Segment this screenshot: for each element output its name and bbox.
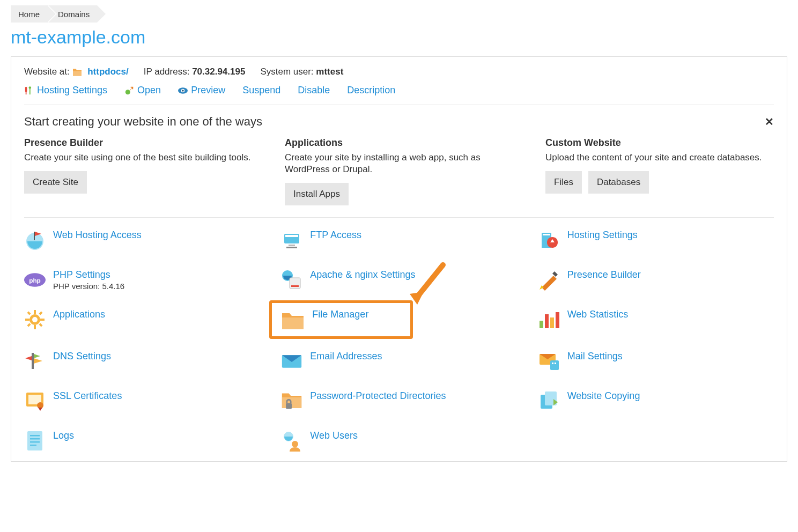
presence-title: Presence Builder (24, 137, 253, 149)
breadcrumb: Home Domains (11, 5, 787, 23)
svg-rect-12 (543, 234, 550, 235)
links-grid: Web Hosting Access FTP Access Hosting Se… (24, 230, 774, 452)
website-at-label: Website at: (24, 66, 70, 77)
section-head: Start creating your website in one of th… (24, 115, 774, 129)
disable-link[interactable]: Disable (298, 85, 330, 96)
web-users-icon (281, 430, 302, 452)
svg-rect-47 (30, 441, 40, 443)
envelope-icon (281, 351, 302, 372)
breadcrumb-home[interactable]: Home (11, 5, 47, 23)
tile-ssl-certificates[interactable]: SSL Certificates (24, 390, 260, 412)
logs-icon (24, 430, 46, 452)
server-settings-icon (281, 269, 302, 291)
mail-settings-icon (538, 351, 560, 372)
svg-rect-37 (555, 363, 556, 364)
certificate-icon (24, 390, 46, 412)
section-title: Start creating your website in one of th… (24, 115, 262, 129)
svg-rect-44 (27, 431, 42, 450)
apps-desc: Create your site by installing a web app… (285, 152, 513, 175)
httpdocs-link[interactable]: httpdocs/ (87, 66, 129, 77)
hosting-settings-link[interactable]: Hosting Settings (24, 85, 107, 96)
databases-button[interactable]: Databases (588, 171, 649, 194)
svg-rect-41 (286, 403, 292, 409)
tile-file-manager[interactable]: File Manager (281, 309, 516, 332)
tile-apache-nginx[interactable]: Apache & nginx Settings (281, 269, 516, 291)
svg-point-4 (182, 90, 183, 91)
svg-rect-30 (550, 317, 554, 328)
tile-hosting-settings[interactable]: Hosting Settings (538, 230, 774, 251)
suspend-link[interactable]: Suspend (242, 85, 280, 96)
svg-rect-28 (540, 321, 543, 328)
ip-address: IP address: 70.32.94.195 (144, 66, 246, 77)
meta-row: Website at: httpdocs/ IP address: 70.32.… (24, 66, 774, 77)
tile-php-settings[interactable]: php PHP Settings PHP version: 5.4.16 (24, 269, 260, 291)
open-link[interactable]: Open (124, 85, 161, 96)
svg-rect-8 (285, 235, 298, 237)
folder-icon (281, 309, 305, 332)
php-version: PHP version: 5.4.16 (53, 282, 124, 291)
files-button[interactable]: Files (545, 171, 582, 194)
applications-col: Applications Create your site by install… (285, 137, 513, 205)
presence-builder-col: Presence Builder Create your site using … (24, 137, 253, 205)
page-title: mt-example.com (11, 27, 787, 48)
close-icon[interactable]: ✕ (765, 115, 774, 128)
svg-rect-48 (30, 445, 36, 446)
tile-ftp-access[interactable]: FTP Access (281, 230, 516, 251)
tools-icon (24, 86, 34, 95)
ftp-icon (281, 230, 302, 251)
apps-title: Applications (285, 137, 513, 149)
domain-panel: Website at: httpdocs/ IP address: 70.32.… (11, 56, 787, 462)
svg-rect-32 (32, 353, 34, 369)
svg-rect-36 (552, 363, 553, 364)
create-site-button[interactable]: Create Site (24, 171, 87, 194)
dns-icon (24, 351, 46, 372)
tile-web-statistics[interactable]: Web Statistics (538, 309, 774, 332)
tile-email-addresses[interactable]: Email Addresses (281, 351, 516, 372)
tile-web-hosting-access[interactable]: Web Hosting Access (24, 230, 260, 251)
bar-chart-icon (538, 309, 560, 330)
presence-desc: Create your site using one of the best s… (24, 152, 253, 164)
tile-website-copying[interactable]: Website Copying (538, 390, 774, 412)
tile-presence-builder[interactable]: Presence Builder (538, 269, 774, 291)
svg-rect-22 (40, 319, 45, 321)
gear-icon (24, 309, 46, 330)
svg-point-1 (125, 90, 130, 94)
website-at: Website at: httpdocs/ (24, 66, 129, 77)
svg-point-27 (32, 317, 38, 322)
hosting-settings-icon (538, 230, 560, 251)
tile-logs[interactable]: Logs (24, 430, 260, 452)
creation-options: Presence Builder Create your site using … (24, 137, 774, 218)
tile-dns-settings[interactable]: DNS Settings (24, 351, 260, 372)
system-user: System user: mttest (260, 66, 343, 77)
tile-applications[interactable]: Applications (24, 309, 260, 332)
custom-title: Custom Website (545, 137, 774, 149)
svg-rect-20 (34, 325, 36, 329)
svg-rect-35 (550, 360, 559, 370)
presence-builder-icon (538, 269, 560, 291)
svg-rect-25 (39, 312, 42, 315)
description-link[interactable]: Description (347, 85, 395, 96)
preview-link[interactable]: Preview (178, 85, 225, 96)
svg-rect-46 (30, 438, 40, 440)
php-icon: php (24, 269, 46, 291)
svg-rect-19 (34, 310, 36, 314)
svg-rect-21 (25, 319, 29, 321)
install-apps-button[interactable]: Install Apps (285, 183, 349, 205)
locked-folder-icon (281, 390, 302, 412)
copy-icon (538, 390, 560, 412)
svg-rect-24 (39, 323, 42, 327)
svg-rect-17 (291, 285, 299, 287)
tile-web-users[interactable]: Web Users (281, 430, 516, 452)
open-icon (124, 86, 134, 95)
action-row: Hosting Settings Open Preview Suspend Di… (24, 85, 774, 105)
svg-point-50 (292, 441, 298, 447)
svg-point-0 (29, 86, 32, 89)
svg-rect-10 (286, 247, 297, 248)
globe-flag-icon (24, 230, 46, 251)
tile-mail-settings[interactable]: Mail Settings (538, 351, 774, 372)
tile-password-protected[interactable]: Password-Protected Directories (281, 390, 516, 412)
custom-desc: Upload the content of your site and crea… (545, 152, 774, 164)
svg-rect-31 (556, 312, 559, 328)
svg-rect-6 (34, 232, 35, 240)
svg-rect-9 (289, 245, 295, 246)
